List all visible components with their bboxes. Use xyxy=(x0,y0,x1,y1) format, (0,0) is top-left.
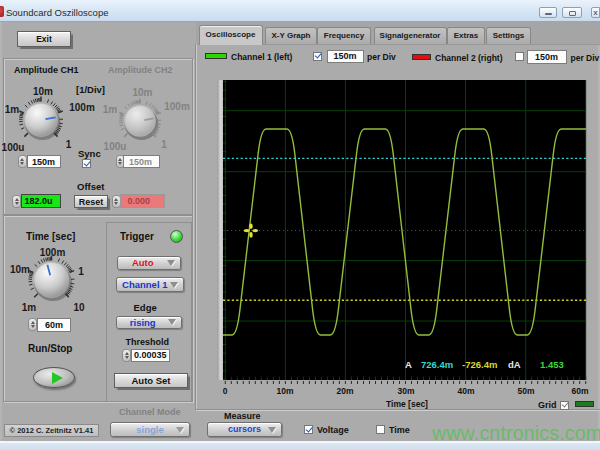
svg-text:-726.4m: -726.4m xyxy=(462,359,497,370)
svg-text:1.453: 1.453 xyxy=(540,359,564,370)
svg-text:A: A xyxy=(405,359,412,370)
svg-text:726.4m: 726.4m xyxy=(421,359,453,370)
svg-text:dA: dA xyxy=(508,359,521,370)
